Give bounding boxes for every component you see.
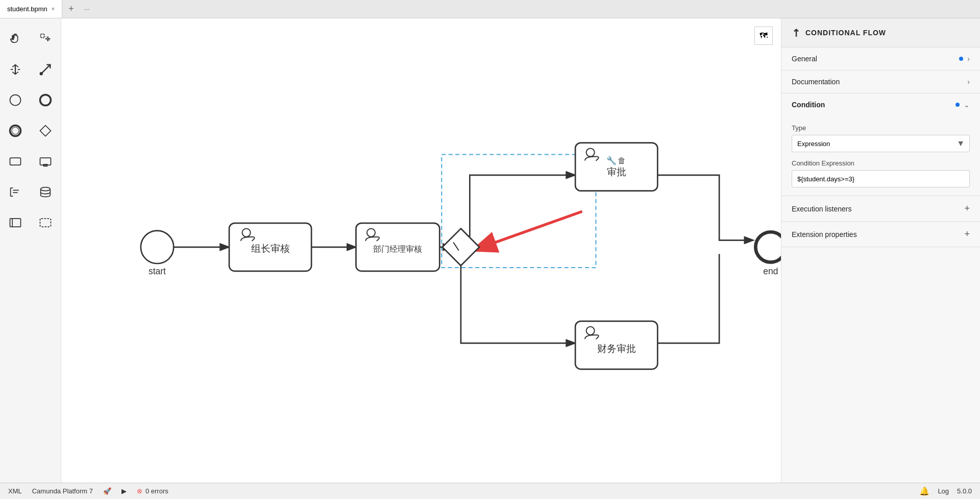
flow-gateway-task4[interactable]	[461, 257, 575, 343]
deploy-button[interactable]: 🚀	[103, 487, 111, 495]
general-section-title: General	[792, 55, 817, 63]
flow-task3-end[interactable]	[657, 175, 753, 241]
condition-expression-input[interactable]	[792, 170, 970, 187]
task1-label: 组长审核	[251, 243, 290, 254]
condition-section: Condition ⌄ Type Expression Default None…	[781, 93, 980, 196]
gateway-shape[interactable]	[443, 229, 480, 266]
left-toolbar	[0, 18, 61, 483]
svg-rect-20	[10, 219, 20, 227]
condition-section-title: Condition	[792, 101, 825, 109]
group-tool[interactable]	[34, 211, 57, 234]
general-section-header[interactable]: General ›	[781, 47, 980, 70]
task-tool[interactable]	[4, 150, 27, 173]
panel-title: CONDITIONAL FLOW	[805, 29, 886, 37]
data-store-tool[interactable]	[34, 180, 57, 204]
flow-gateway-task3[interactable]	[470, 175, 575, 237]
bpmn-diagram: start 组长审核 部门经理审核 🔧 🗑	[61, 18, 781, 483]
xml-button[interactable]: XML	[8, 487, 22, 495]
play-icon: ▶	[121, 487, 127, 495]
main-area: 🗺	[0, 18, 980, 483]
start-event-label: start	[149, 267, 166, 277]
tab-filename: student.bpmn	[7, 5, 47, 13]
conditional-flow-arrow[interactable]	[473, 211, 582, 251]
general-chevron: ›	[967, 55, 970, 63]
type-select[interactable]: Expression Default None	[792, 135, 970, 152]
status-right: 🔔 Log 5.0.0	[919, 486, 972, 496]
diagram-canvas[interactable]: 🗺	[61, 18, 781, 483]
task3-label: 审批	[607, 167, 626, 177]
end-event-tool[interactable]	[34, 88, 57, 112]
svg-point-7	[40, 73, 43, 75]
errors-indicator: ⊗ 0 errors	[137, 487, 168, 495]
subprocess-tool[interactable]	[34, 150, 57, 173]
pool-tool[interactable]	[4, 211, 27, 234]
general-dot	[959, 57, 963, 61]
conditional-flow-icon: ↗	[789, 26, 803, 40]
general-section: General ›	[781, 47, 980, 70]
log-button[interactable]: Log	[938, 487, 949, 495]
task3-wrench-icon: 🔧	[606, 156, 617, 165]
minimap-button[interactable]: 🗺	[754, 27, 773, 45]
end-event-shape[interactable]	[755, 232, 781, 262]
svg-point-9	[40, 95, 51, 106]
panel-header: ↗ CONDITIONAL FLOW	[781, 18, 980, 47]
errors-text: 0 errors	[145, 487, 168, 495]
tab-more-button[interactable]: ···	[80, 0, 94, 18]
map-icon: 🗺	[760, 31, 768, 40]
flow-task4-end-partial[interactable]	[657, 254, 719, 343]
condition-dot	[955, 103, 960, 107]
condition-chevron: ⌄	[964, 101, 970, 109]
platform-text: Camunda Platform 7	[32, 487, 93, 495]
documentation-section-header[interactable]: Documentation ›	[781, 70, 980, 93]
tab-student-bpmn[interactable]: student.bpmn ×	[0, 0, 62, 18]
version-label: 5.0.0	[957, 487, 972, 495]
extension-properties-add-button[interactable]: +	[964, 229, 970, 240]
condition-section-header[interactable]: Condition ⌄	[781, 93, 980, 116]
svg-marker-12	[40, 126, 51, 136]
play-button[interactable]: ▶	[121, 487, 127, 495]
svg-rect-22	[40, 219, 51, 227]
notification-icon: 🔔	[919, 486, 929, 496]
task3-trash-icon: 🗑	[618, 156, 626, 165]
tab-new-button[interactable]: +	[62, 0, 80, 18]
documentation-section: Documentation ›	[781, 70, 980, 93]
execution-listeners-add-button[interactable]: +	[964, 203, 970, 214]
tab-close-button[interactable]: ×	[52, 6, 55, 12]
gateway-tool[interactable]	[34, 119, 57, 142]
start-event-shape[interactable]	[141, 231, 174, 264]
intermediate-event-tool[interactable]	[4, 119, 27, 142]
expression-label: Condition Expression	[792, 159, 970, 167]
connect-tool[interactable]	[34, 58, 57, 81]
hand-tool[interactable]	[4, 27, 27, 51]
condition-section-controls: ⌄	[955, 101, 970, 109]
svg-point-11	[12, 127, 19, 134]
execution-listeners-section: Execution listeners +	[781, 196, 980, 222]
lasso-tool[interactable]	[34, 27, 57, 51]
right-panel: ↗ CONDITIONAL FLOW General › Documentati…	[781, 18, 980, 483]
status-bar: XML Camunda Platform 7 🚀 ▶ ⊗ 0 errors 🔔 …	[0, 483, 980, 499]
annotation-tool[interactable]	[4, 180, 27, 204]
task2-label: 部门经理审核	[373, 244, 422, 253]
tab-bar: student.bpmn × + ···	[0, 0, 980, 18]
svg-rect-13	[10, 158, 20, 165]
general-section-controls: ›	[959, 55, 970, 63]
end-event-label: end	[763, 267, 778, 277]
errors-icon: ⊗	[137, 487, 142, 495]
condition-content: Type Expression Default None ▼ Condition…	[781, 116, 980, 196]
documentation-section-controls: ›	[967, 78, 970, 86]
documentation-section-title: Documentation	[792, 78, 840, 86]
extension-properties-section: Extension properties +	[781, 222, 980, 247]
deploy-icon: 🚀	[103, 487, 111, 495]
execution-listeners-header[interactable]: Execution listeners +	[781, 196, 980, 221]
space-tool[interactable]	[4, 58, 27, 81]
start-event-tool[interactable]	[4, 88, 27, 112]
svg-point-19	[41, 187, 51, 191]
type-label: Type	[792, 124, 970, 132]
platform-label: Camunda Platform 7	[32, 487, 93, 495]
documentation-chevron: ›	[967, 78, 970, 86]
xml-label: XML	[8, 487, 22, 495]
execution-listeners-title: Execution listeners	[792, 205, 852, 213]
extension-properties-title: Extension properties	[792, 230, 857, 239]
type-select-wrapper: Expression Default None ▼	[792, 135, 970, 152]
extension-properties-header[interactable]: Extension properties +	[781, 222, 980, 247]
